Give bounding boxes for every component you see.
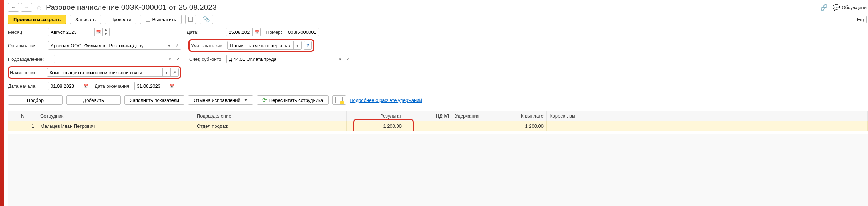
row-payout: 1 200,00	[499, 121, 547, 131]
employees-grid: N Сотрудник Подразделение Результат НДФЛ…	[8, 111, 868, 131]
discuss-button[interactable]: 💬 Обсуждени	[833, 4, 867, 11]
month-label: Месяц:	[8, 29, 46, 35]
col-employee[interactable]: Сотрудник	[37, 111, 194, 121]
page-title: Разовое начисление 00ЗК-000001 от 25.08.…	[46, 3, 217, 12]
row-n: 1	[8, 121, 37, 131]
pick-button[interactable]: Подбор	[8, 95, 63, 105]
account-open-button[interactable]: ↗	[344, 55, 352, 63]
consider-help-button[interactable]: ?	[304, 41, 312, 50]
fill-button[interactable]: Заполнить показатели	[124, 95, 184, 105]
accrual-label: Начисление:	[10, 70, 45, 75]
pay-button[interactable]: Выплатить	[140, 15, 182, 24]
table-row[interactable]: 1 Мальцев Иван Петрович Отдел продаж 1 2…	[8, 121, 868, 131]
month-input[interactable]	[48, 28, 94, 36]
cancel-corr-label: Отмена исправлений	[194, 98, 240, 103]
account-dropdown-button[interactable]: ▾	[336, 55, 344, 63]
cancel-corrections-button[interactable]: Отмена исправлений ▼	[188, 95, 253, 105]
number-label: Номер:	[266, 29, 282, 35]
paperclip-icon: 📎	[203, 16, 210, 23]
end-label: Дата окончания:	[95, 83, 131, 89]
recalc-label: Пересчитать сотрудника	[269, 98, 323, 103]
report-button[interactable]	[185, 15, 196, 24]
col-holdings[interactable]: Удержания	[452, 111, 499, 121]
recalc-button[interactable]: ⟳ Пересчитать сотрудника	[257, 95, 329, 105]
save-button[interactable]: Записать	[70, 15, 101, 24]
start-input[interactable]	[48, 82, 82, 90]
title-bar: ← → ☆ Разовое начисление 00ЗК-000001 от …	[8, 3, 868, 15]
consider-dropdown-button[interactable]: ▾	[293, 41, 301, 49]
nav-back-button[interactable]: ←	[8, 3, 19, 12]
row-employee: Мальцев Иван Петрович	[37, 121, 194, 131]
date-input[interactable]	[226, 28, 252, 36]
post-button[interactable]: Провести	[105, 15, 137, 24]
row-correction	[547, 121, 868, 131]
link-icon[interactable]: 🔗	[820, 4, 828, 11]
col-n[interactable]: N	[8, 111, 37, 121]
row-ndfl	[405, 121, 452, 131]
date-calendar-button[interactable]: 📅	[252, 28, 260, 36]
discuss-label: Обсуждени	[841, 5, 867, 10]
consider-label: Учитывать как:	[191, 43, 224, 48]
consider-input[interactable]	[228, 41, 293, 49]
accrual-dropdown-button[interactable]: ▾	[162, 68, 170, 76]
refresh-icon: ⟳	[262, 97, 267, 103]
pay-label: Выплатить	[152, 17, 176, 22]
org-dropdown-button[interactable]: ▾	[165, 41, 173, 49]
month-up-button[interactable]: ▲	[103, 28, 109, 32]
more-button[interactable]: Ещ	[855, 16, 867, 23]
accrual-input[interactable]	[47, 68, 162, 76]
date-label: Дата:	[187, 29, 198, 35]
favorite-star-icon[interactable]: ☆	[36, 3, 42, 12]
col-result[interactable]: Результат	[347, 111, 405, 121]
dept-dropdown-button[interactable]: ▾	[166, 55, 174, 63]
row-holdings	[452, 121, 499, 131]
main-toolbar: Провести и закрыть Записать Провести Вып…	[8, 15, 868, 28]
org-open-button[interactable]: ↗	[173, 41, 181, 49]
grid-header: N Сотрудник Подразделение Результат НДФЛ…	[8, 111, 868, 121]
month-calendar-button[interactable]: 📅	[94, 28, 102, 36]
post-and-close-button[interactable]: Провести и закрыть	[8, 15, 66, 24]
accrual-highlight: Начисление: ▾ ↗	[8, 66, 181, 79]
table-calc-button[interactable]	[332, 95, 346, 105]
row-department: Отдел продаж	[194, 121, 347, 131]
chevron-down-icon: ▼	[244, 98, 248, 102]
end-calendar-button[interactable]: 📅	[168, 82, 176, 90]
row-result: 1 200,00	[347, 121, 405, 131]
nav-forward-button[interactable]: →	[21, 3, 32, 12]
col-correction[interactable]: Коррект. вы	[547, 111, 868, 121]
details-link[interactable]: Подробнее о расчете удержаний	[350, 98, 422, 103]
number-input[interactable]	[286, 28, 319, 36]
consider-highlight: Учитывать как: ▾ ?	[188, 39, 314, 52]
account-label: Счет, субконто:	[189, 56, 223, 62]
start-label: Дата начала:	[8, 83, 46, 89]
dept-label: Подразделение:	[8, 56, 52, 62]
chat-icon: 💬	[833, 4, 840, 11]
month-spinner[interactable]: ▲ ▼	[102, 28, 109, 36]
end-input[interactable]	[135, 82, 168, 90]
dept-input[interactable]	[54, 55, 166, 63]
col-payout[interactable]: К выплате	[499, 111, 547, 121]
table-calc-icon	[335, 97, 343, 103]
dept-open-button[interactable]: ↗	[174, 55, 182, 63]
add-button[interactable]: Добавить	[66, 95, 121, 105]
month-down-button[interactable]: ▼	[103, 32, 109, 36]
accrual-open-button[interactable]: ↗	[170, 68, 178, 76]
account-input[interactable]	[227, 55, 336, 63]
col-ndfl[interactable]: НДФЛ	[405, 111, 452, 121]
col-department[interactable]: Подразделение	[194, 111, 347, 121]
start-calendar-button[interactable]: 📅	[82, 82, 90, 90]
grid-empty-space	[8, 134, 868, 206]
pay-icon	[146, 17, 150, 22]
org-input[interactable]	[48, 41, 165, 49]
report-icon	[188, 17, 193, 22]
org-label: Организация:	[8, 43, 46, 48]
attach-button[interactable]: 📎	[200, 15, 213, 24]
